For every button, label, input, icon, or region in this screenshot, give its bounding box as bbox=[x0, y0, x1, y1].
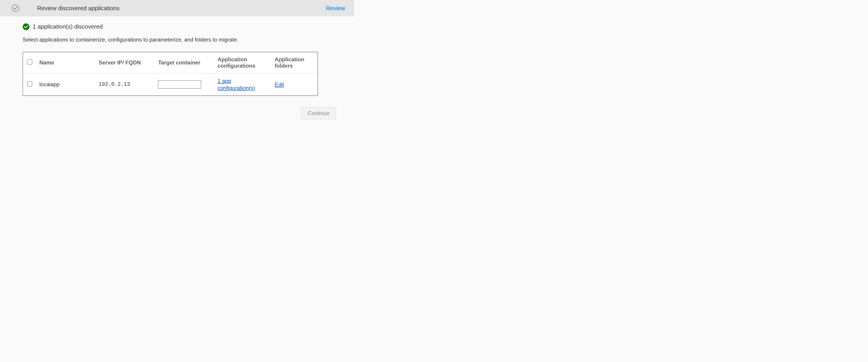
table-row: localapp 192.0.2.13 1 app configuration(… bbox=[23, 73, 318, 96]
header-target: Target container bbox=[155, 52, 215, 73]
continue-button[interactable]: Continue bbox=[301, 107, 336, 119]
discovery-status: 1 application(s) discovered bbox=[23, 23, 343, 30]
row-checkbox[interactable] bbox=[27, 81, 32, 86]
success-check-icon bbox=[23, 23, 29, 30]
header-name: Name bbox=[36, 52, 96, 73]
instruction-text: Select applications to containerize, con… bbox=[23, 36, 343, 43]
header-select-all bbox=[23, 52, 36, 73]
header-server: Server IP/ FQDN bbox=[96, 52, 155, 73]
cell-name: localapp bbox=[36, 73, 96, 96]
folders-edit-link[interactable]: Edit bbox=[275, 81, 284, 88]
review-link[interactable]: Review bbox=[326, 5, 345, 12]
discovery-status-text: 1 application(s) discovered bbox=[33, 23, 103, 30]
cell-server: 192.0.2.13 bbox=[96, 73, 155, 96]
target-container-input[interactable] bbox=[158, 80, 201, 88]
step-complete-icon bbox=[12, 4, 19, 12]
app-config-link[interactable]: 1 app configuration(s) bbox=[217, 77, 269, 91]
header-config: Application configurations bbox=[215, 52, 272, 73]
header-folders: Application folders bbox=[272, 52, 318, 73]
applications-table: Name Server IP/ FQDN Target container Ap… bbox=[23, 52, 318, 96]
step-title: Review discovered applications bbox=[37, 5, 308, 12]
footer-actions: Continue bbox=[23, 107, 336, 119]
step-header: Review discovered applications Review bbox=[0, 0, 354, 16]
content-area: 1 application(s) discovered Select appli… bbox=[0, 16, 354, 126]
select-all-checkbox[interactable] bbox=[27, 59, 32, 64]
